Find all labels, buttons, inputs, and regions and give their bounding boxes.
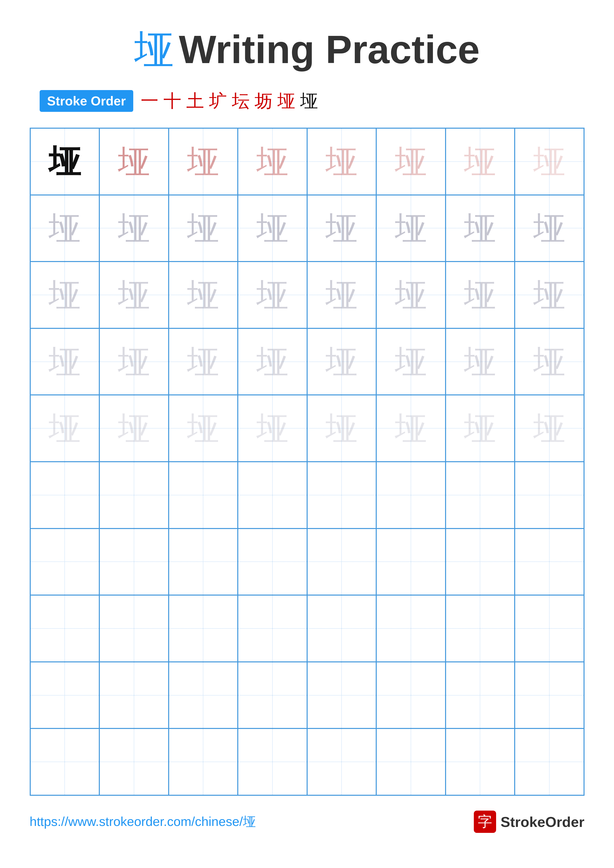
practice-char: 垭	[256, 346, 289, 378]
grid-cell-r2c8[interactable]: 垭	[515, 195, 584, 262]
grid-cell-r6c7[interactable]	[446, 462, 515, 529]
practice-char: 垭	[48, 412, 81, 444]
grid-cell-r2c2[interactable]: 垭	[99, 195, 169, 262]
grid-cell-r6c5[interactable]	[307, 462, 376, 529]
grid-cell-r1c3[interactable]: 垭	[169, 128, 238, 195]
grid-cell-r9c5[interactable]	[307, 662, 376, 729]
practice-char: 垭	[395, 412, 427, 444]
grid-cell-r3c8[interactable]: 垭	[515, 262, 584, 329]
grid-cell-r9c7[interactable]	[446, 662, 515, 729]
grid-cell-r4c8[interactable]: 垭	[515, 329, 584, 395]
grid-cell-r10c2[interactable]	[99, 728, 169, 795]
grid-cell-r4c4[interactable]: 垭	[238, 329, 307, 395]
practice-char: 垭	[464, 212, 496, 244]
grid-cell-r7c4[interactable]	[238, 529, 307, 595]
grid-cell-r9c2[interactable]	[99, 662, 169, 729]
practice-char: 垭	[187, 212, 219, 244]
grid-cell-r6c2[interactable]	[99, 462, 169, 529]
strokeorder-logo-icon: 字	[474, 811, 496, 833]
grid-cell-r3c1[interactable]: 垭	[30, 262, 99, 329]
grid-cell-r7c5[interactable]	[307, 529, 376, 595]
grid-cell-r2c5[interactable]: 垭	[307, 195, 376, 262]
grid-cell-r4c3[interactable]: 垭	[169, 329, 238, 395]
grid-cell-r10c8[interactable]	[515, 728, 584, 795]
grid-cell-r2c4[interactable]: 垭	[238, 195, 307, 262]
grid-cell-r8c8[interactable]	[515, 595, 584, 662]
practice-char: 垭	[118, 412, 150, 444]
footer-url[interactable]: https://www.strokeorder.com/chinese/垭	[30, 813, 256, 831]
grid-cell-r7c6[interactable]	[376, 529, 446, 595]
grid-cell-r1c4[interactable]: 垭	[238, 128, 307, 195]
grid-cell-r10c1[interactable]	[30, 728, 99, 795]
practice-char: 垭	[118, 279, 150, 311]
grid-cell-r7c3[interactable]	[169, 529, 238, 595]
grid-cell-r1c7[interactable]: 垭	[446, 128, 515, 195]
grid-cell-r4c5[interactable]: 垭	[307, 329, 376, 395]
grid-cell-r7c2[interactable]	[99, 529, 169, 595]
stroke-7: 垭	[277, 89, 295, 113]
stroke-order-badge: Stroke Order	[40, 90, 133, 112]
grid-cell-r8c5[interactable]	[307, 595, 376, 662]
grid-cell-r5c2[interactable]: 垭	[99, 395, 169, 462]
grid-cell-r2c7[interactable]: 垭	[446, 195, 515, 262]
grid-cell-r1c2[interactable]: 垭	[99, 128, 169, 195]
grid-cell-r5c3[interactable]: 垭	[169, 395, 238, 462]
practice-char: 垭	[187, 412, 219, 444]
grid-cell-r5c4[interactable]: 垭	[238, 395, 307, 462]
grid-cell-r5c6[interactable]: 垭	[376, 395, 446, 462]
practice-char: 垭	[187, 279, 219, 311]
grid-cell-r8c2[interactable]	[99, 595, 169, 662]
grid-cell-r2c3[interactable]: 垭	[169, 195, 238, 262]
grid-cell-r6c8[interactable]	[515, 462, 584, 529]
grid-cell-r8c3[interactable]	[169, 595, 238, 662]
grid-cell-r6c3[interactable]	[169, 462, 238, 529]
grid-cell-r8c7[interactable]	[446, 595, 515, 662]
grid-cell-r9c4[interactable]	[238, 662, 307, 729]
grid-cell-r8c6[interactable]	[376, 595, 446, 662]
grid-cell-r10c7[interactable]	[446, 728, 515, 795]
grid-cell-r7c7[interactable]	[446, 529, 515, 595]
grid-cell-r10c5[interactable]	[307, 728, 376, 795]
grid-cell-r4c2[interactable]: 垭	[99, 329, 169, 395]
stroke-8: 垭	[300, 89, 318, 113]
grid-cell-r10c3[interactable]	[169, 728, 238, 795]
grid-cell-r9c3[interactable]	[169, 662, 238, 729]
grid-cell-r3c4[interactable]: 垭	[238, 262, 307, 329]
grid-cell-r10c4[interactable]	[238, 728, 307, 795]
grid-cell-r9c1[interactable]	[30, 662, 99, 729]
grid-cell-r2c1[interactable]: 垭	[30, 195, 99, 262]
grid-cell-r1c1[interactable]: 垭	[30, 128, 99, 195]
grid-cell-r4c6[interactable]: 垭	[376, 329, 446, 395]
grid-cell-r1c6[interactable]: 垭	[376, 128, 446, 195]
grid-cell-r3c3[interactable]: 垭	[169, 262, 238, 329]
grid-cell-r4c1[interactable]: 垭	[30, 329, 99, 395]
practice-char: 垭	[256, 212, 289, 244]
grid-cell-r3c5[interactable]: 垭	[307, 262, 376, 329]
grid-cell-r5c8[interactable]: 垭	[515, 395, 584, 462]
practice-char: 垭	[48, 146, 81, 178]
grid-cell-r5c1[interactable]: 垭	[30, 395, 99, 462]
grid-cell-r1c8[interactable]: 垭	[515, 128, 584, 195]
grid-cell-r5c5[interactable]: 垭	[307, 395, 376, 462]
grid-cell-r8c4[interactable]	[238, 595, 307, 662]
grid-cell-r10c6[interactable]	[376, 728, 446, 795]
grid-cell-r2c6[interactable]: 垭	[376, 195, 446, 262]
grid-cell-r4c7[interactable]: 垭	[446, 329, 515, 395]
grid-cell-r9c8[interactable]	[515, 662, 584, 729]
practice-char: 垭	[325, 146, 358, 178]
grid-cell-r3c2[interactable]: 垭	[99, 262, 169, 329]
grid-cell-r6c1[interactable]	[30, 462, 99, 529]
grid-cell-r3c7[interactable]: 垭	[446, 262, 515, 329]
grid-cell-r1c5[interactable]: 垭	[307, 128, 376, 195]
grid-cell-r6c4[interactable]	[238, 462, 307, 529]
grid-cell-r3c6[interactable]: 垭	[376, 262, 446, 329]
practice-char: 垭	[187, 146, 219, 178]
grid-cell-r7c8[interactable]	[515, 529, 584, 595]
grid-cell-r7c1[interactable]	[30, 529, 99, 595]
practice-char: 垭	[325, 412, 358, 444]
grid-cell-r6c6[interactable]	[376, 462, 446, 529]
grid-cell-r8c1[interactable]	[30, 595, 99, 662]
grid-cell-r5c7[interactable]: 垭	[446, 395, 515, 462]
grid-cell-r9c6[interactable]	[376, 662, 446, 729]
practice-grid[interactable]: 垭 垭 垭 垭 垭 垭 垭 垭 垭 垭 垭 垭 垭 垭 垭 垭 垭 垭 垭 垭 …	[30, 128, 584, 796]
